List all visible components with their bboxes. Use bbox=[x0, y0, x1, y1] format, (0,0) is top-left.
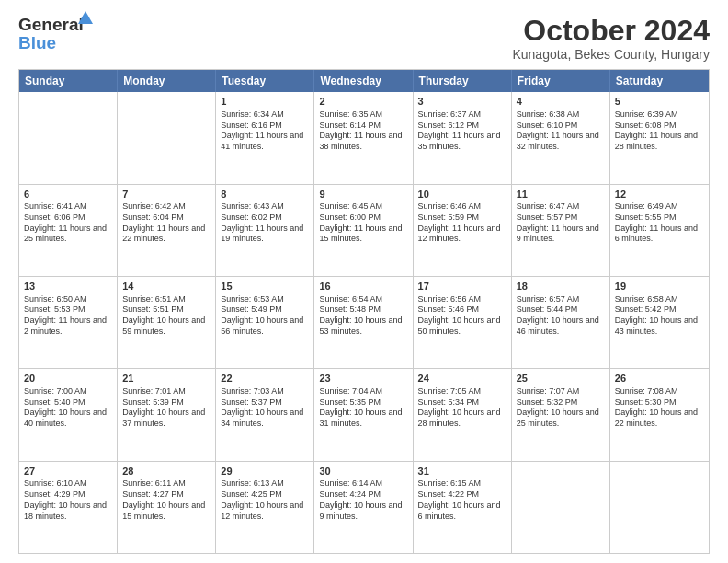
cell-info: Sunrise: 7:04 AM Sunset: 5:35 PM Dayligh… bbox=[319, 386, 407, 430]
calendar-day-20: 20Sunrise: 7:00 AM Sunset: 5:40 PM Dayli… bbox=[19, 369, 118, 460]
calendar-day-11: 11Sunrise: 6:47 AM Sunset: 5:57 PM Dayli… bbox=[512, 185, 610, 276]
day-number: 20 bbox=[24, 372, 112, 385]
calendar-week-5: 27Sunrise: 6:10 AM Sunset: 4:29 PM Dayli… bbox=[19, 461, 709, 553]
day-number: 7 bbox=[122, 188, 210, 201]
calendar-day-23: 23Sunrise: 7:04 AM Sunset: 5:35 PM Dayli… bbox=[314, 369, 413, 460]
cell-info: Sunrise: 6:42 AM Sunset: 6:04 PM Dayligh… bbox=[122, 201, 210, 245]
cell-info: Sunrise: 6:10 AM Sunset: 4:29 PM Dayligh… bbox=[24, 478, 112, 522]
calendar-day-21: 21Sunrise: 7:01 AM Sunset: 5:39 PM Dayli… bbox=[118, 369, 216, 460]
day-number: 10 bbox=[418, 188, 506, 201]
location: Kunagota, Bekes County, Hungary bbox=[512, 47, 710, 62]
calendar-day-6: 6Sunrise: 6:41 AM Sunset: 6:06 PM Daylig… bbox=[19, 185, 118, 276]
svg-marker-0 bbox=[78, 11, 93, 24]
cell-info: Sunrise: 6:51 AM Sunset: 5:51 PM Dayligh… bbox=[122, 294, 210, 338]
day-number: 29 bbox=[221, 465, 309, 478]
cell-info: Sunrise: 6:41 AM Sunset: 6:06 PM Dayligh… bbox=[24, 201, 112, 245]
day-number: 27 bbox=[24, 465, 112, 478]
title-block: October 2024 Kunagota, Bekes County, Hun… bbox=[512, 15, 710, 62]
cell-info: Sunrise: 7:00 AM Sunset: 5:40 PM Dayligh… bbox=[24, 386, 112, 430]
header-day-wednesday: Wednesday bbox=[314, 70, 413, 92]
cell-info: Sunrise: 6:53 AM Sunset: 5:49 PM Dayligh… bbox=[221, 294, 309, 338]
calendar-day-2: 2Sunrise: 6:35 AM Sunset: 6:14 PM Daylig… bbox=[314, 92, 413, 183]
day-number: 6 bbox=[24, 188, 112, 201]
day-number: 21 bbox=[122, 372, 210, 385]
calendar-day-7: 7Sunrise: 6:42 AM Sunset: 6:04 PM Daylig… bbox=[118, 185, 216, 276]
day-number: 13 bbox=[24, 280, 112, 293]
calendar-week-3: 13Sunrise: 6:50 AM Sunset: 5:53 PM Dayli… bbox=[19, 276, 709, 368]
header-day-monday: Monday bbox=[118, 70, 216, 92]
cell-info: Sunrise: 7:03 AM Sunset: 5:37 PM Dayligh… bbox=[221, 386, 309, 430]
calendar-day-27: 27Sunrise: 6:10 AM Sunset: 4:29 PM Dayli… bbox=[19, 462, 118, 553]
header-day-thursday: Thursday bbox=[414, 70, 512, 92]
calendar-day-31: 31Sunrise: 6:15 AM Sunset: 4:22 PM Dayli… bbox=[414, 462, 512, 553]
logo-triangle-icon bbox=[78, 11, 93, 24]
day-number: 25 bbox=[517, 372, 605, 385]
header: General Blue October 2024 Kunagota, Beke… bbox=[18, 15, 710, 62]
day-number: 24 bbox=[418, 372, 506, 385]
cell-info: Sunrise: 6:14 AM Sunset: 4:24 PM Dayligh… bbox=[319, 478, 407, 522]
header-day-sunday: Sunday bbox=[19, 70, 118, 92]
calendar-day-4: 4Sunrise: 6:38 AM Sunset: 6:10 PM Daylig… bbox=[512, 92, 610, 183]
calendar-day-15: 15Sunrise: 6:53 AM Sunset: 5:49 PM Dayli… bbox=[216, 277, 314, 368]
header-day-friday: Friday bbox=[512, 70, 610, 92]
calendar-day-empty bbox=[118, 92, 216, 183]
cell-info: Sunrise: 6:13 AM Sunset: 4:25 PM Dayligh… bbox=[221, 478, 309, 522]
day-number: 11 bbox=[517, 188, 605, 201]
day-number: 18 bbox=[517, 280, 605, 293]
calendar-day-1: 1Sunrise: 6:34 AM Sunset: 6:16 PM Daylig… bbox=[216, 92, 314, 183]
calendar-day-22: 22Sunrise: 7:03 AM Sunset: 5:37 PM Dayli… bbox=[216, 369, 314, 460]
cell-info: Sunrise: 7:08 AM Sunset: 5:30 PM Dayligh… bbox=[615, 386, 704, 430]
cell-info: Sunrise: 6:49 AM Sunset: 5:55 PM Dayligh… bbox=[615, 201, 704, 245]
cell-info: Sunrise: 6:57 AM Sunset: 5:44 PM Dayligh… bbox=[517, 294, 605, 338]
calendar-day-3: 3Sunrise: 6:37 AM Sunset: 6:12 PM Daylig… bbox=[414, 92, 512, 183]
day-number: 14 bbox=[122, 280, 210, 293]
calendar-day-empty bbox=[610, 462, 709, 553]
day-number: 8 bbox=[221, 188, 309, 201]
header-day-tuesday: Tuesday bbox=[216, 70, 314, 92]
cell-info: Sunrise: 7:05 AM Sunset: 5:34 PM Dayligh… bbox=[418, 386, 506, 430]
day-number: 28 bbox=[122, 465, 210, 478]
day-number: 16 bbox=[319, 280, 407, 293]
logo-general: General bbox=[18, 15, 84, 34]
cell-info: Sunrise: 6:54 AM Sunset: 5:48 PM Dayligh… bbox=[319, 294, 407, 338]
calendar-day-25: 25Sunrise: 7:07 AM Sunset: 5:32 PM Dayli… bbox=[512, 369, 610, 460]
calendar-day-29: 29Sunrise: 6:13 AM Sunset: 4:25 PM Dayli… bbox=[216, 462, 314, 553]
calendar-day-13: 13Sunrise: 6:50 AM Sunset: 5:53 PM Dayli… bbox=[19, 277, 118, 368]
calendar-day-10: 10Sunrise: 6:46 AM Sunset: 5:59 PM Dayli… bbox=[414, 185, 512, 276]
calendar-day-18: 18Sunrise: 6:57 AM Sunset: 5:44 PM Dayli… bbox=[512, 277, 610, 368]
day-number: 1 bbox=[221, 95, 309, 109]
day-number: 17 bbox=[418, 280, 506, 293]
calendar-day-28: 28Sunrise: 6:11 AM Sunset: 4:27 PM Dayli… bbox=[118, 462, 216, 553]
calendar-week-2: 6Sunrise: 6:41 AM Sunset: 6:06 PM Daylig… bbox=[19, 184, 709, 276]
day-number: 15 bbox=[221, 280, 309, 293]
cell-info: Sunrise: 6:56 AM Sunset: 5:46 PM Dayligh… bbox=[418, 294, 506, 338]
day-number: 5 bbox=[615, 95, 704, 109]
calendar-day-5: 5Sunrise: 6:39 AM Sunset: 6:08 PM Daylig… bbox=[610, 92, 709, 183]
day-number: 23 bbox=[319, 372, 407, 385]
calendar-day-16: 16Sunrise: 6:54 AM Sunset: 5:48 PM Dayli… bbox=[314, 277, 413, 368]
header-day-saturday: Saturday bbox=[610, 70, 709, 92]
month-title: October 2024 bbox=[512, 15, 710, 47]
calendar-week-1: 1Sunrise: 6:34 AM Sunset: 6:16 PM Daylig… bbox=[19, 92, 709, 183]
cell-info: Sunrise: 6:11 AM Sunset: 4:27 PM Dayligh… bbox=[122, 478, 210, 522]
page: General Blue October 2024 Kunagota, Beke… bbox=[0, 0, 728, 563]
cell-info: Sunrise: 6:46 AM Sunset: 5:59 PM Dayligh… bbox=[418, 201, 506, 245]
day-number: 4 bbox=[517, 95, 605, 109]
cell-info: Sunrise: 6:15 AM Sunset: 4:22 PM Dayligh… bbox=[418, 478, 506, 522]
day-number: 31 bbox=[418, 465, 506, 478]
day-number: 2 bbox=[319, 95, 407, 109]
day-number: 12 bbox=[615, 188, 704, 201]
calendar-header-row: SundayMondayTuesdayWednesdayThursdayFrid… bbox=[19, 70, 709, 92]
calendar-day-26: 26Sunrise: 7:08 AM Sunset: 5:30 PM Dayli… bbox=[610, 369, 709, 460]
cell-info: Sunrise: 6:47 AM Sunset: 5:57 PM Dayligh… bbox=[517, 201, 605, 245]
cell-info: Sunrise: 6:35 AM Sunset: 6:14 PM Dayligh… bbox=[319, 109, 407, 153]
calendar-day-9: 9Sunrise: 6:45 AM Sunset: 6:00 PM Daylig… bbox=[314, 185, 413, 276]
calendar-day-empty bbox=[19, 92, 118, 183]
logo-blue: Blue bbox=[18, 33, 84, 53]
cell-info: Sunrise: 6:50 AM Sunset: 5:53 PM Dayligh… bbox=[24, 294, 112, 338]
calendar-day-19: 19Sunrise: 6:58 AM Sunset: 5:42 PM Dayli… bbox=[610, 277, 709, 368]
cell-info: Sunrise: 6:34 AM Sunset: 6:16 PM Dayligh… bbox=[221, 109, 309, 153]
cell-info: Sunrise: 6:39 AM Sunset: 6:08 PM Dayligh… bbox=[615, 109, 704, 153]
logo: General Blue bbox=[18, 15, 84, 53]
calendar-day-17: 17Sunrise: 6:56 AM Sunset: 5:46 PM Dayli… bbox=[414, 277, 512, 368]
